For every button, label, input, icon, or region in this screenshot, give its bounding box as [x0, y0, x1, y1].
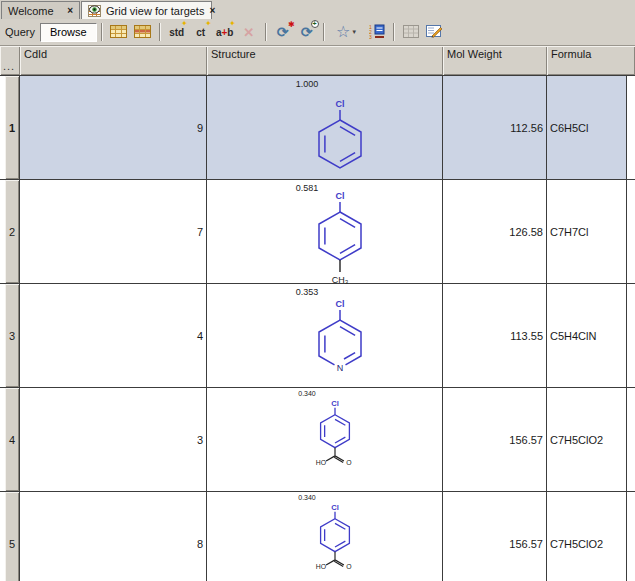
row-number-cell[interactable]: 1 — [5, 76, 20, 179]
cdid-cell[interactable]: 9 — [20, 76, 207, 179]
cdid-cell[interactable]: 7 — [20, 180, 207, 283]
formula-cell[interactable]: C6H5Cl — [547, 76, 627, 179]
atom-label-n: N — [337, 363, 344, 373]
grid-settings-button-disabled — [400, 21, 422, 43]
mol-weight-cell[interactable]: 156.57 — [443, 492, 547, 581]
delete-x-icon: ✕ — [243, 25, 254, 40]
toolbar-separator — [323, 23, 325, 41]
table-row: 2 7 0.581 Cl CH₃ 126.58 C7H7Cl — [0, 180, 635, 284]
tab-welcome[interactable]: Welcome × — [1, 1, 80, 19]
column-header-mol-weight[interactable]: Mol Weight — [443, 46, 547, 75]
atom-label-cl: Cl — [336, 191, 345, 201]
cdid-cell[interactable]: 3 — [20, 388, 207, 491]
asterisk-badge-icon: ✱ — [288, 20, 295, 29]
table-grid-highlight-icon — [134, 25, 151, 40]
toolbar-separator — [265, 23, 267, 41]
row-number-cell[interactable]: 2 — [5, 180, 20, 283]
toolbar-separator — [393, 23, 395, 41]
atom-label-cl: Cl — [331, 503, 339, 512]
star-badge-icon: ✦ — [229, 19, 236, 28]
plus-badge-icon: + — [311, 20, 319, 28]
atom-label-cl: Cl — [336, 299, 345, 309]
mol-weight-cell[interactable]: 112.56 — [443, 76, 547, 179]
sort-button[interactable]: 1 2 3 — [366, 21, 388, 43]
form-view-button[interactable] — [132, 21, 154, 43]
structure-4-chlorotoluene: Cl CH₃ — [270, 182, 410, 286]
standardize-button[interactable]: std ✦ — [166, 21, 188, 43]
tab-welcome-close-icon[interactable]: × — [62, 5, 73, 16]
refresh-add-button[interactable]: ⟳ + — [296, 21, 318, 43]
structure-cell[interactable]: 0.340 Cl HO O — [207, 492, 443, 581]
toolbar-separator — [159, 23, 161, 41]
row-number-cell[interactable]: 4 — [5, 388, 20, 491]
column-header-cdid[interactable]: CdId — [20, 46, 207, 75]
cdid-cell[interactable]: 8 — [20, 492, 207, 581]
row-number-cell[interactable]: 3 — [5, 284, 20, 387]
favorites-dropdown-button[interactable]: ☆ ▼ — [330, 21, 364, 43]
corner-ellipsis-label: ... — [3, 60, 15, 72]
structure-cell[interactable]: 0.353 Cl N — [207, 284, 443, 387]
column-header-formula[interactable]: Formula — [547, 46, 635, 75]
structure-4-chlorobenzoic-acid: Cl HO O — [287, 394, 383, 467]
tab-welcome-label: Welcome — [8, 5, 54, 17]
table-view-button[interactable] — [108, 21, 130, 43]
formula-cell[interactable]: C5H4ClN — [547, 284, 627, 387]
table-grid-icon — [110, 25, 127, 40]
tab-bar: Welcome × Grid view for targets × — [0, 0, 635, 19]
favorites-star-icon: ☆ — [336, 24, 350, 40]
tab-grid-view-for-targets[interactable]: Grid view for targets × — [81, 1, 212, 19]
sort-numbers-icon: 1 2 3 — [369, 24, 385, 41]
mol-weight-cell[interactable]: 126.58 — [443, 180, 547, 283]
browse-button[interactable]: Browse — [40, 23, 97, 42]
grid-view-window: Welcome × Grid view for targets × Query … — [0, 0, 635, 581]
formula-cell[interactable]: C7H7Cl — [547, 180, 627, 283]
sync-arrows-icon: ⟳ — [301, 25, 313, 39]
structure-cell[interactable]: 0.581 Cl CH₃ — [207, 180, 443, 283]
table-row: 4 3 0.340 Cl HO O 156.57 — [0, 388, 635, 492]
table-row: 3 4 0.353 Cl N 113.55 C5H4ClN — [0, 284, 635, 388]
ct-text-icon: ct — [196, 27, 205, 38]
atom-label-hydroxyl: HO — [316, 563, 326, 570]
table-row: 1 9 1.000 Cl 112.56 C6H5Cl — [0, 76, 635, 180]
form-edit-pencil-icon — [426, 24, 443, 40]
cdid-cell[interactable]: 4 — [20, 284, 207, 387]
column-header-structure[interactable]: Structure — [207, 46, 443, 75]
svg-text:3: 3 — [369, 34, 372, 39]
a-plus-b-button[interactable]: a+b ✦ — [214, 21, 236, 43]
delete-button[interactable]: ✕ — [238, 21, 260, 43]
sync-arrows-icon: ⟳ — [277, 25, 289, 39]
atom-label-carbonyl-o: O — [346, 459, 351, 466]
mol-weight-cell[interactable]: 156.57 — [443, 388, 547, 491]
atom-label-cl: Cl — [331, 399, 339, 408]
atom-label-cl: Cl — [336, 99, 345, 109]
a-plus-b-icon: a+b — [216, 27, 234, 38]
similarity-score: 1.000 — [277, 79, 337, 89]
tab-grid-view-close-icon[interactable]: × — [204, 5, 215, 16]
grid-header: ... CdId Structure Mol Weight Formula — [0, 46, 635, 76]
structure-4-chloropyridine: Cl N — [270, 290, 410, 382]
table-row: 5 8 0.340 Cl HO O 156.57 — [0, 492, 635, 581]
atom-label-carbonyl-o: O — [346, 563, 351, 570]
toolbar-separator — [101, 23, 103, 41]
chemical-terms-button[interactable]: ct ✦ — [190, 21, 212, 43]
structure-cell[interactable]: 1.000 Cl — [207, 76, 443, 179]
mol-weight-cell[interactable]: 113.55 — [443, 284, 547, 387]
structure-chlorobenzene: Cl — [270, 90, 410, 180]
formula-cell[interactable]: C7H5ClO2 — [547, 492, 627, 581]
form-edit-button[interactable] — [424, 21, 446, 43]
toolbar: Query Browse — [0, 19, 635, 46]
refresh-new-button[interactable]: ⟳ ✱ — [272, 21, 294, 43]
query-button[interactable]: Query — [5, 26, 35, 38]
structure-cell[interactable]: 0.340 Cl HO O — [207, 388, 443, 491]
tab-grid-view-label: Grid view for targets — [106, 5, 204, 17]
dropdown-arrow-icon: ▼ — [351, 29, 357, 35]
structure-4-chlorobenzoic-acid: Cl HO O — [287, 498, 383, 571]
grid-disabled-icon — [403, 25, 419, 40]
std-text-icon: std — [169, 27, 184, 38]
star-badge-icon: ✦ — [205, 19, 212, 28]
row-number-cell[interactable]: 5 — [5, 492, 20, 581]
star-badge-icon: ✦ — [181, 19, 188, 28]
formula-cell[interactable]: C7H5ClO2 — [547, 388, 627, 491]
grid-corner-cell[interactable]: ... — [0, 46, 20, 75]
grid-eye-icon — [88, 4, 102, 17]
